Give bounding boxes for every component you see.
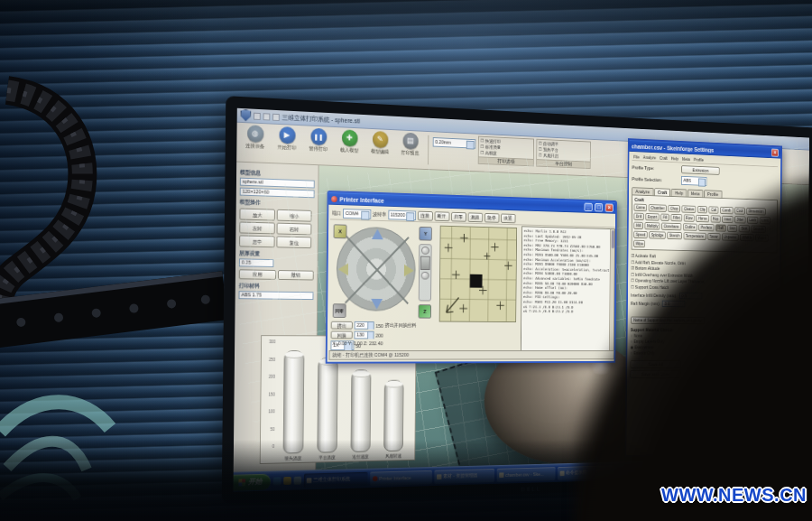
bed-temp-spinner[interactable]: 130 xyxy=(354,331,374,340)
printer-toolbar-button[interactable]: 测温 xyxy=(467,212,483,222)
connect-device-button[interactable]: ◍ 连接设备 xyxy=(240,125,270,150)
printer-dialog-icon xyxy=(331,196,337,202)
bed-position-map[interactable] xyxy=(439,226,517,322)
speed-value: 150 xyxy=(375,323,383,329)
printer-toolbar-button[interactable]: 归零 xyxy=(451,211,466,221)
jog-x-minus-button[interactable] xyxy=(338,263,348,275)
pause-print-button[interactable]: ❚❚ 暂停打印 xyxy=(304,127,333,153)
play-icon: ▶ xyxy=(279,126,295,144)
printer-toolbar-button[interactable]: 设置 xyxy=(501,213,515,223)
nozzle-temp-spinner[interactable]: 220 xyxy=(355,321,374,330)
skeinforge-menu-item[interactable]: Help xyxy=(671,156,678,162)
news-watermark: WWW.NEWS.CN xyxy=(661,485,807,506)
skeinforge-menu-item[interactable]: Meta xyxy=(682,156,690,162)
gauge-axis-tick: 300 xyxy=(269,340,275,344)
z-slider-thumb[interactable] xyxy=(420,256,430,271)
jog-corner-z-button[interactable]: Z xyxy=(419,304,431,318)
z-up-button[interactable] xyxy=(421,247,429,255)
jog-y-minus-button[interactable] xyxy=(371,299,383,310)
jog-corner-y-button[interactable]: Y xyxy=(419,227,431,241)
speed-value: 200 xyxy=(375,332,383,338)
skeinforge-menu-item[interactable]: Craft xyxy=(660,155,668,161)
jog-x-plus-button[interactable] xyxy=(404,265,414,277)
new-file-icon[interactable] xyxy=(254,112,261,119)
jog-pad: X Y 回零 Z xyxy=(331,222,437,320)
print-preview-button[interactable]: ▤ 打印预览 xyxy=(396,132,424,156)
profile-type-label: Profile Type: xyxy=(632,165,678,172)
skeinforge-menu-item[interactable]: Analyze xyxy=(643,154,656,160)
profile-type-button[interactable]: Extrusion xyxy=(681,165,720,175)
edit-icon: ✎ xyxy=(372,131,387,148)
port-label: 端口 xyxy=(332,209,341,216)
news-photo-scene: 三维立体打印系统 - sphere.stl ◍ 连接设备 ▶ 开始打印 ❚❚ 暂… xyxy=(0,0,812,521)
jog-home-button[interactable]: 回零 xyxy=(333,303,346,318)
save-file-icon[interactable] xyxy=(272,113,280,120)
extrude-controls: 挤出 220 150 挤出并回抽丝料 回抽 130 200 1X 50 xyxy=(330,321,517,352)
port-combo[interactable]: COM4 xyxy=(343,209,371,219)
baud-label: 波特率 xyxy=(373,211,386,218)
gauge-axis-tick: 100 xyxy=(268,410,274,414)
gauge-axis-tick: 150 xyxy=(269,393,275,396)
main-app-title: 三维立体打印系统 - sphere.stl xyxy=(282,113,361,126)
gauge-cylinder xyxy=(317,358,337,453)
printer-status-bar: 就绪 - 打印机已连接 COM4 @ 115200 xyxy=(328,350,614,360)
gauge-cylinder xyxy=(283,350,305,454)
printer-toolbar-button[interactable]: 连接 xyxy=(417,210,432,220)
pause-icon: ❚❚ xyxy=(310,128,327,145)
globe-icon: ◍ xyxy=(247,125,263,143)
plus-icon: ✚ xyxy=(341,129,357,146)
gauge-axis-tick: 200 xyxy=(269,376,275,379)
jog-y-plus-button[interactable] xyxy=(372,228,383,239)
z-axis-slider[interactable] xyxy=(419,244,432,301)
load-model-button[interactable]: ✚ 载入模型 xyxy=(335,129,364,154)
skeinforge-menu-item[interactable]: File xyxy=(633,154,640,160)
skeinforge-close-button[interactable]: × xyxy=(771,149,779,157)
edit-model-button[interactable]: ✎ 模型编辑 xyxy=(366,131,394,156)
gauge-axis-tick: 250 xyxy=(269,358,275,361)
extrude-note: 挤出并回抽丝料 xyxy=(385,322,417,329)
printer-toolbar-button[interactable]: 断开 xyxy=(434,211,449,221)
layer-height-combo[interactable]: 0.20mm xyxy=(433,137,476,149)
gauge-axis-tick: 50 xyxy=(271,428,275,432)
printer-icon: ▤ xyxy=(402,133,418,150)
skeinforge-menu-item[interactable]: Profile xyxy=(694,157,704,163)
printer-toolbar-button[interactable]: 急停 xyxy=(484,212,499,222)
start-print-button[interactable]: ▶ 开始打印 xyxy=(272,126,302,152)
person-silhouette xyxy=(574,177,812,521)
extrude-button[interactable]: 挤出 xyxy=(331,321,353,330)
retract-button[interactable]: 回抽 xyxy=(331,331,353,340)
jog-corner-x-button[interactable]: X xyxy=(334,224,347,238)
toolbar-separator xyxy=(428,135,429,165)
open-file-icon[interactable] xyxy=(263,113,271,120)
z-down-button[interactable] xyxy=(421,272,429,280)
baud-combo[interactable]: 115200 xyxy=(388,209,416,219)
app-logo-shield-icon xyxy=(241,109,252,122)
position-readout: X: 0.00 Y: 0.00 Z: 232.40 xyxy=(332,340,383,346)
